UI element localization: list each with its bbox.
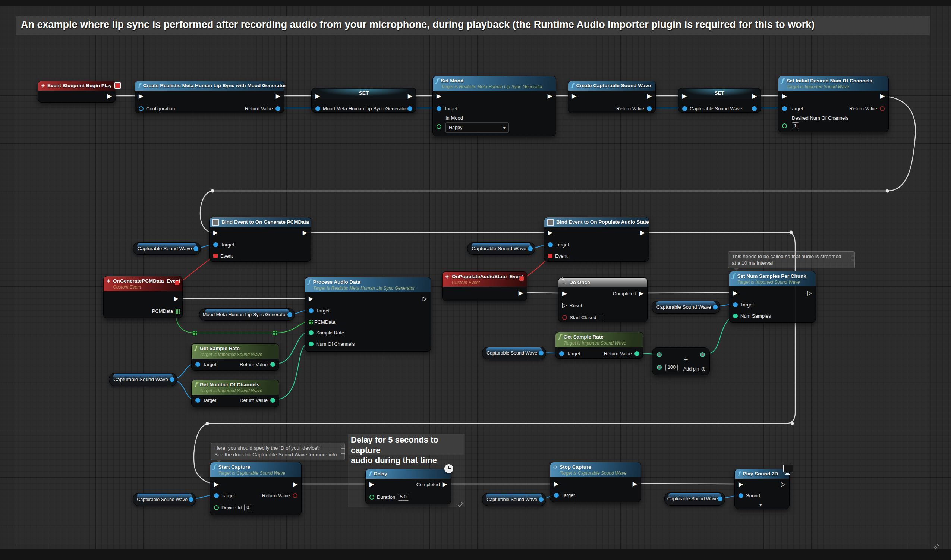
exec-in-pin[interactable]: ▶ bbox=[437, 92, 441, 100]
pill-capturable-sound-wave[interactable]: Capturable Sound Wave bbox=[664, 492, 725, 506]
variable-in-pin[interactable]: Mood Meta Human Lip Sync Generator bbox=[315, 105, 407, 112]
divide-input-b-pin[interactable] bbox=[657, 363, 662, 371]
node-create-capturable-sound-wave[interactable]: ƒ Create Capturable Sound Wave ▶ ▶ Retur… bbox=[568, 80, 656, 113]
blueprint-graph-canvas[interactable]: An example where lip sync is performed a… bbox=[0, 0, 951, 560]
variable-out-pin[interactable] bbox=[408, 105, 412, 112]
exec-in-pin[interactable]: ▶ bbox=[309, 295, 313, 303]
exec-in-pin[interactable]: ▶ bbox=[213, 229, 218, 237]
node-create-realistic-lipsync[interactable]: ƒ Create Realistic Meta Human Lip Sync w… bbox=[135, 80, 285, 113]
sound-pin[interactable]: Sound bbox=[739, 491, 760, 500]
target-pin[interactable]: Target bbox=[733, 300, 754, 309]
node-bind-event-pcmdata[interactable]: Bind Event to On Generate PCMData ▶ ▶ Ta… bbox=[209, 217, 311, 262]
exec-in-pin[interactable]: ▶ bbox=[548, 229, 552, 237]
target-pin[interactable]: Target bbox=[214, 491, 235, 500]
array-wire-knot-icon[interactable] bbox=[273, 331, 274, 332]
exec-out-pin[interactable]: ▶ bbox=[303, 229, 307, 237]
exec-in-pin[interactable]: ▶ bbox=[782, 92, 786, 100]
target-pin[interactable]: Target bbox=[195, 360, 216, 368]
target-pin[interactable]: Target bbox=[782, 105, 803, 112]
pill-capturable-sound-wave[interactable]: Capturable Sound Wave bbox=[133, 242, 201, 255]
pill-capturable-sound-wave[interactable]: Capturable Sound Wave bbox=[482, 347, 546, 359]
add-pin-button[interactable]: Add pin ⊕ bbox=[683, 366, 706, 372]
node-process-audio-data[interactable]: ƒ Process Audio Data Target is Realistic… bbox=[305, 277, 431, 352]
divide-input-a-pin[interactable] bbox=[657, 351, 662, 358]
node-play-sound-2d[interactable]: ƒ Play Sound 2D ▶ ▷ Sound ▾ bbox=[734, 469, 789, 509]
desired-num-channels-value[interactable]: 1 bbox=[792, 122, 799, 129]
exec-out-pin[interactable]: ▷ bbox=[781, 480, 785, 488]
start-closed-checkbox[interactable] bbox=[599, 315, 605, 320]
node-set-mood-generator-var[interactable]: SET ▶ ▶ Mood Meta Human Lip Sync Generat… bbox=[311, 88, 416, 112]
pill-capturable-sound-wave[interactable]: Capturable Sound Wave bbox=[652, 300, 720, 314]
exec-out-pin[interactable]: ▷ bbox=[808, 289, 812, 297]
divisor-value[interactable]: 100 bbox=[665, 364, 678, 371]
device-id-value[interactable]: 0 bbox=[244, 504, 251, 511]
pcmdata-out-pin[interactable]: PCMData bbox=[152, 307, 179, 315]
mood-dropdown[interactable]: Happy ▾ bbox=[445, 122, 509, 133]
event-delegate-pin[interactable]: Event bbox=[548, 252, 568, 260]
exec-in-pin[interactable]: ▶ bbox=[739, 480, 743, 488]
device-note-bubble[interactable]: Here, you should specify the ID of your … bbox=[211, 443, 345, 460]
exec-out-pin[interactable]: ▶ bbox=[548, 92, 552, 100]
exec-in-pin[interactable]: ▶ bbox=[315, 92, 320, 100]
event-delegate-pin[interactable]: Event bbox=[213, 252, 232, 260]
return-value-pin[interactable]: Return Value bbox=[262, 491, 297, 500]
comment-resize-grip[interactable] bbox=[934, 544, 939, 549]
exec-in-pin[interactable]: ▶ bbox=[682, 92, 687, 100]
variable-in-pin[interactable]: Capturable Sound Wave bbox=[682, 105, 742, 112]
num-samples-pin[interactable]: Num Samples bbox=[733, 312, 771, 320]
node-divide[interactable]: ÷ 100 Add pin ⊕ bbox=[652, 348, 710, 375]
pill-mood-generator[interactable]: Mood Meta Human Lip Sync Generator bbox=[199, 308, 295, 321]
exec-out-pin[interactable]: ▶ bbox=[880, 92, 885, 100]
exec-in-pin[interactable]: ▶ bbox=[138, 92, 143, 100]
pill-capturable-sound-wave[interactable]: Capturable Sound Wave bbox=[482, 493, 546, 506]
delegate-out-pin[interactable] bbox=[175, 281, 179, 285]
exec-in-pin[interactable]: ▶ bbox=[733, 289, 737, 297]
node-set-mood[interactable]: ƒ Set Mood Target is Realistic Meta Huma… bbox=[432, 76, 556, 136]
configuration-pin[interactable]: Configuration bbox=[138, 105, 175, 112]
node-onpopulate-audiostate-event[interactable]: ◈ OnPopulateAudioState_Event Custom Even… bbox=[442, 271, 527, 301]
node-set-initial-num-channels[interactable]: ƒ Set Initial Desired Num Of Channels Ta… bbox=[778, 76, 889, 132]
return-value-pin[interactable]: Return Value bbox=[616, 105, 652, 112]
node-set-capturable-var[interactable]: SET ▶ ▶ Capturable Sound Wave bbox=[678, 88, 761, 112]
target-pin[interactable]: Target bbox=[309, 306, 329, 315]
pill-capturable-sound-wave[interactable]: Capturable Sound Wave bbox=[133, 493, 196, 506]
stream-note-bubble[interactable]: This needs to be called so that audio is… bbox=[728, 251, 855, 268]
target-pin[interactable]: Target bbox=[559, 349, 580, 358]
duration-pin[interactable]: Duration5.0 bbox=[369, 493, 409, 501]
exec-out-pin[interactable]: ▶ bbox=[108, 92, 112, 100]
exec-out-pin[interactable]: ▶ bbox=[276, 92, 280, 100]
target-pin[interactable]: Target bbox=[554, 491, 575, 499]
node-event-begin-play[interactable]: ◈ Event Blueprint Begin Play ▶ bbox=[38, 80, 116, 103]
exec-out-pin[interactable]: ▶ bbox=[647, 92, 652, 100]
exec-in-pin[interactable]: ▶ bbox=[214, 480, 219, 488]
exec-out-pin[interactable]: ▶ bbox=[640, 229, 645, 237]
pill-capturable-sound-wave[interactable]: Capturable Sound Wave bbox=[467, 242, 536, 255]
target-pin[interactable]: Target bbox=[437, 105, 457, 112]
node-do-once[interactable]: 1→ Do Once ▶ ▶Completed ▷Reset Start Clo… bbox=[558, 277, 648, 322]
return-value-pin[interactable]: Return Value bbox=[240, 396, 275, 404]
sample-rate-pin[interactable]: Sample Rate bbox=[309, 328, 344, 337]
exec-in-pin[interactable]: ▶ bbox=[554, 480, 559, 488]
device-id-pin[interactable]: Device Id0 bbox=[214, 503, 251, 512]
node-delay[interactable]: ƒ Delay ▶ ▶Completed Duration5.0 bbox=[365, 469, 451, 505]
exec-out-pin[interactable]: ▶ bbox=[519, 289, 523, 297]
node-get-number-of-channels[interactable]: ƒ Get Number Of Channels Target is Impor… bbox=[191, 380, 279, 407]
node-ongenerate-pcmdata-event[interactable]: ◈ OnGeneratePCMData_Event Custom Event ▶… bbox=[103, 276, 183, 318]
return-value-pin[interactable]: Return Value bbox=[245, 105, 280, 112]
expand-chevron-icon[interactable]: ▾ bbox=[759, 503, 762, 508]
array-wire-knot-icon[interactable] bbox=[193, 331, 194, 332]
variable-out-pin[interactable] bbox=[752, 105, 757, 112]
num-channels-pin[interactable]: Num Of Channels bbox=[309, 340, 354, 348]
target-pin[interactable]: Target bbox=[195, 396, 216, 404]
delegate-out-pin[interactable] bbox=[519, 276, 524, 281]
exec-in-pin[interactable]: ▶ bbox=[369, 480, 374, 488]
exec-out-pin[interactable]: ▶ bbox=[408, 92, 412, 100]
duration-value[interactable]: 5.0 bbox=[398, 494, 409, 501]
pill-capturable-sound-wave[interactable]: Capturable Sound Wave bbox=[109, 373, 177, 386]
node-bind-event-audio-state[interactable]: Bind Event to On Populate Audio State ▶ … bbox=[544, 217, 649, 262]
exec-out-pin[interactable]: ▶ bbox=[174, 295, 179, 303]
node-set-num-samples-per-chunk[interactable]: ƒ Set Num Samples Per Chunk Target is Im… bbox=[729, 271, 816, 323]
exec-in-pin[interactable]: ▶ bbox=[572, 92, 576, 100]
exec-out-pin[interactable]: ▷ bbox=[423, 295, 427, 303]
completed-pin[interactable]: ▶Completed bbox=[613, 289, 643, 297]
